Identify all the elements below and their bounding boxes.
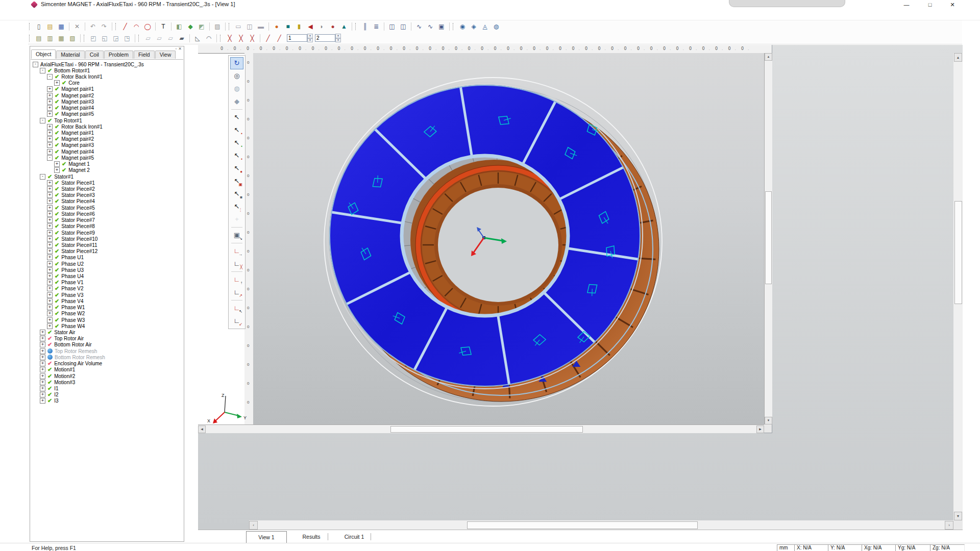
tree-item[interactable]: +✔Stator Piece#1	[31, 180, 183, 186]
model-tree[interactable]: -AxialFluxETaxi - 960 RPM - Transient20C…	[31, 59, 183, 541]
minimize-button[interactable]: —	[899, 1, 914, 9]
tree-expander[interactable]: +	[47, 205, 53, 211]
tree-item[interactable]: +✔Motion#1	[31, 367, 183, 373]
tree-expander[interactable]: +	[40, 361, 45, 366]
view-vertical-scrollbar[interactable]: ▲ ▼	[764, 53, 772, 424]
tree-expander[interactable]: +	[47, 273, 53, 279]
component-edit-icon[interactable]: ◩	[197, 21, 207, 32]
cut-icon[interactable]: ✕	[72, 21, 82, 32]
tree-expander[interactable]: +	[47, 186, 53, 192]
sweep-line-2-icon[interactable]: ╱	[274, 33, 284, 43]
tab-field[interactable]: Field	[134, 51, 155, 59]
doc-tab-results[interactable]: Results	[293, 531, 329, 542]
tree-item[interactable]: +✔Motion#2	[31, 373, 183, 379]
select-icon[interactable]: ↖	[230, 111, 243, 123]
tree-item[interactable]: +✔Magnet pair#1	[31, 130, 183, 136]
tree-item[interactable]: +✔Magnet pair#3	[31, 98, 183, 105]
ucs-axis-5-icon[interactable]: ∟↖	[230, 302, 243, 314]
face-fill-icon[interactable]: ▰	[177, 33, 187, 43]
tab-coil[interactable]: Coil	[85, 51, 104, 59]
ucs-axis-6-icon[interactable]: ∟↙	[230, 315, 243, 327]
tree-expander[interactable]: -	[40, 68, 45, 73]
toolbar-grip[interactable]	[220, 35, 222, 42]
tree-expander[interactable]: +	[47, 323, 53, 329]
array-linear-icon[interactable]: ▤	[34, 33, 44, 43]
tree-item[interactable]: -✔Top Rotor#1	[31, 117, 183, 123]
xform-rotate-icon[interactable]: ◱	[100, 33, 110, 43]
axial-flux-motor-model[interactable]	[253, 53, 764, 424]
tree-expander[interactable]: +	[47, 286, 53, 291]
tree-item[interactable]: -✔Rotor Back Iron#1	[31, 73, 183, 80]
close-button[interactable]: ✕	[945, 1, 960, 9]
tree-item[interactable]: +✔Phase U4	[31, 273, 183, 279]
scroll-left-button[interactable]: ◀	[198, 425, 206, 433]
tree-expander[interactable]: +	[40, 342, 45, 347]
scroll-thumb[interactable]	[765, 191, 772, 284]
workspace-vertical-scrollbar[interactable]: ▲ ▼	[953, 53, 963, 520]
tree-item[interactable]: -✔Stator#1	[31, 173, 183, 180]
tree-item[interactable]: +✔Phase V3	[31, 292, 183, 298]
probe-wave-2-icon[interactable]: ∿	[425, 21, 435, 32]
face-copy-3-icon[interactable]: ▱	[165, 33, 176, 43]
tree-item[interactable]: +✔Stator Piece#10	[31, 236, 183, 242]
view-horizontal-scrollbar[interactable]: ◀ ▶	[198, 424, 764, 433]
toolbar-grip[interactable]	[138, 35, 140, 42]
boolean-subtract-icon[interactable]: ▬	[256, 21, 266, 32]
toolbar-grip[interactable]	[84, 35, 86, 42]
tree-item[interactable]: +✔Stator Piece#6	[31, 211, 183, 217]
field-lines-input-spinner[interactable]: ▲▼	[307, 34, 313, 42]
select-solid-icon[interactable]: ↖▪	[230, 149, 243, 162]
tree-expander[interactable]: +	[40, 380, 45, 385]
tree-expander[interactable]: +	[40, 330, 45, 335]
tree-expander[interactable]: -	[47, 155, 53, 161]
component-new-icon[interactable]: ◧	[174, 21, 184, 32]
tree-item[interactable]: +✔Top Rotor Air	[31, 336, 183, 342]
tree-item[interactable]: +✔Motion#3	[31, 379, 183, 385]
primitive-box-icon[interactable]: ■	[283, 21, 293, 32]
tree-expander[interactable]: +	[40, 348, 45, 354]
split-view-h-icon[interactable]: ◫	[387, 21, 397, 32]
tree-item[interactable]: +✔Phase V4	[31, 298, 183, 304]
tree-expander[interactable]: +	[47, 124, 53, 130]
tree-expander[interactable]: +	[40, 336, 45, 341]
tree-expander[interactable]: +	[47, 242, 53, 248]
intersect-2-icon[interactable]: ╳	[236, 33, 246, 43]
select-mesh-icon[interactable]: ↖▣	[230, 175, 243, 187]
select-sphere-icon[interactable]: ↖●	[230, 162, 243, 174]
select-points-icon[interactable]: ↖⋮	[230, 201, 243, 213]
ucs-axis-2-icon[interactable]: ∟╳	[230, 258, 243, 270]
draw-arc-seg-icon[interactable]: ◠	[204, 33, 214, 43]
field-view-3-icon[interactable]: ◬	[480, 21, 490, 32]
tree-item[interactable]: +✔Magnet pair#2	[31, 136, 183, 142]
primitive-torus-icon[interactable]: ●	[328, 21, 338, 32]
ruler-grid-icon[interactable]: ║	[360, 21, 370, 32]
tree-item[interactable]: +✔Stator Piece#12	[31, 248, 183, 255]
toolbar-grip[interactable]	[453, 23, 455, 30]
tree-expander[interactable]: +	[47, 292, 53, 298]
tree-item[interactable]: +✔Stator Piece#5	[31, 205, 183, 211]
tree-item[interactable]: +✔Enclosing Air Volume	[31, 361, 183, 367]
tree-item[interactable]: +✔Rotor Back Iron#1	[31, 123, 183, 130]
tree-expander[interactable]: +	[47, 311, 53, 316]
eraser-icon[interactable]: ◆	[230, 95, 243, 108]
tree-expander[interactable]: +	[47, 86, 53, 92]
primitive-cone-icon[interactable]: ◀	[305, 21, 315, 32]
xform-mirror-icon[interactable]: ◲	[111, 33, 121, 43]
scroll-right-button[interactable]: ▶	[756, 425, 764, 433]
toolbar-grip[interactable]	[355, 23, 357, 30]
xform-move-icon[interactable]: ◰	[88, 33, 99, 43]
tree-expander[interactable]: -	[40, 174, 45, 180]
tree-item[interactable]: -✔Bottom Rotor#1	[31, 67, 183, 73]
tree-expander[interactable]: +	[47, 136, 53, 142]
tree-expander[interactable]: +	[47, 198, 53, 204]
ucs-axis-1-icon[interactable]: ∟→	[230, 245, 243, 257]
tree-item[interactable]: +✔Phase W2	[31, 311, 183, 317]
scroll-down-button[interactable]: ▼	[765, 417, 772, 424]
tab-problem[interactable]: Problem	[104, 51, 133, 59]
tree-item[interactable]: +✔I2	[31, 392, 183, 398]
tree-expander[interactable]: +	[40, 367, 45, 372]
tree-item[interactable]: +✔Bottom Rotor Air	[31, 342, 183, 348]
snap-icon[interactable]: +	[230, 213, 243, 226]
tab-view[interactable]: View	[155, 51, 176, 59]
arc-tool-icon[interactable]: ◠	[131, 21, 141, 32]
